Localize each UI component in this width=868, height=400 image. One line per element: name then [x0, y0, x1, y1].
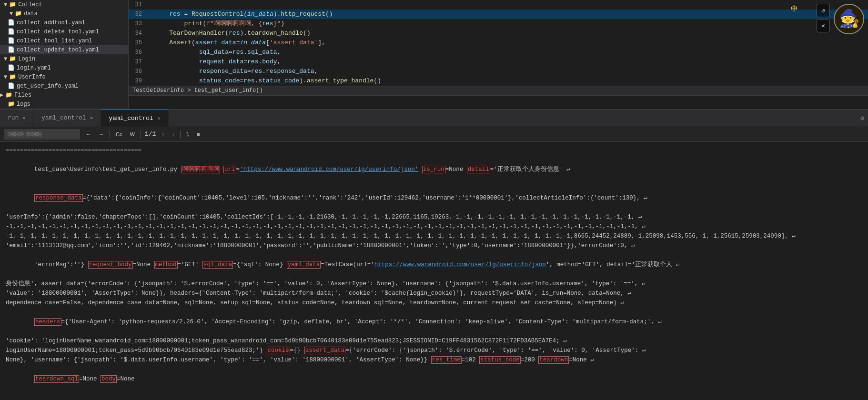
sidebar-label-userinfo-yaml: get_user_info.yaml — [17, 83, 79, 90]
code-line-32: 32 res = RequestControl(in_data).http_re… — [129, 10, 868, 19]
sidebar-item-yaml3[interactable]: 📄 collect_tool_list.yaml — [0, 36, 128, 45]
output-response-label: response_data — [34, 194, 83, 202]
output-line-dependence: dependence_case=False, dependence_case_d… — [6, 298, 862, 308]
sidebar-item-yaml4[interactable]: 📄 collect_update_tool.yaml — [0, 45, 128, 54]
output-line-teardownsql: teardown_sql=None body=None — [6, 365, 862, 393]
code-line-34: 34 TearDownHandler(res).teardown_handle(… — [129, 29, 868, 38]
search-input[interactable] — [4, 129, 80, 140]
terminal-toolbar: ← → Cc W 1/1 ↑ ↓ ⤵ ≡ — [0, 127, 868, 142]
folder-icon: 📁 — [9, 1, 16, 8]
code-line-37: 37 request_data=res.body, — [129, 57, 868, 67]
code-pane: 31 32 res = RequestControl(in_data).http… — [129, 0, 868, 109]
output-line-file: test_case\UserInfo\test_get_user_info.py… — [6, 155, 862, 184]
match-count: 1/1 — [145, 130, 156, 138]
case-sensitive-button[interactable]: Cc — [114, 130, 124, 138]
main-container: ▼ 📁 Collect ▼ 📁 data 📄 collect_addtool.y… — [0, 0, 868, 400]
output-comma-1 — [220, 166, 224, 173]
output-url-value: 'https://www.wanandroid.com/user/lg/user… — [240, 166, 418, 173]
line-content-35: Assert(assert_data=in_data['assert_data'… — [151, 38, 868, 48]
output-teardown-label: teardown — [538, 356, 569, 364]
code-line-36: 36 sql_data=res.sql_data, — [129, 48, 868, 57]
sidebar-folder-collect[interactable]: ▼ 📁 Collect — [0, 0, 128, 9]
line-content-39: status_code=res.status_code).assert_type… — [151, 76, 868, 86]
output-teardownsql-label: teardown_sql — [34, 375, 79, 383]
sidebar-label-login: Login — [18, 56, 35, 62]
line-num-32: 32 — [129, 10, 148, 19]
line-num-35: 35 — [129, 38, 148, 48]
sidebar-label-data: data — [24, 10, 38, 17]
tab-run[interactable]: run ✕ — [0, 110, 34, 127]
output-isrun-val: =None — [445, 166, 467, 173]
line-num-36: 36 — [129, 48, 148, 57]
line-num-37: 37 — [129, 57, 148, 67]
output-assertdata-label: assert_data — [304, 347, 346, 354]
sidebar-folder-userinfo[interactable]: ▼ 📁 UserInfo — [0, 72, 128, 81]
output-chinese-label: 啊啊啊啊啊啊 — [181, 166, 220, 173]
yaml-icon-login: 📄 — [8, 64, 15, 71]
output-response-eq: ={'data':{'coinInfo':{'coinCount':10405,… — [83, 195, 647, 201]
folder-icon-data: 📁 — [15, 10, 22, 17]
tab-yaml-close-2[interactable]: ✕ — [157, 115, 161, 121]
tabs-bar: run ✕ yaml_control ✕ yaml_control ✕ ⚙ — [0, 110, 868, 127]
tab-run-close[interactable]: ✕ — [22, 115, 26, 121]
avatar-emoji: 🧙 — [838, 9, 860, 30]
tab-run-label: run — [8, 114, 19, 121]
line-content-37: request_data=res.body, — [151, 57, 868, 67]
sidebar-folder-login[interactable]: ▼ 📁 Login — [0, 54, 128, 63]
wrap-button[interactable]: ⤵ — [184, 130, 191, 138]
output-line-ids1: -1,-1,-1,-1,-1,-1,-1,-1,-1,-1,-1,-1,-1,-… — [6, 222, 862, 231]
sidebar-item-yaml1[interactable]: 📄 collect_addtool.yaml — [0, 18, 128, 27]
sidebar-item-userinfo-yaml[interactable]: 📄 get_user_info.yaml — [0, 81, 128, 90]
folder-icon-login: 📁 — [9, 55, 16, 62]
code-lines: 31 32 res = RequestControl(in_data).http… — [129, 0, 868, 86]
output-restime-label: res_time — [431, 356, 462, 364]
line-content-34: TearDownHandler(res).teardown_handle() — [151, 29, 868, 38]
yaml-icon-2: 📄 — [8, 28, 15, 35]
tab-yaml-control-1[interactable]: yaml_control ✕ — [34, 110, 101, 127]
output-line-cookie-full: 'cookie': 'loginUserName_wanandroid_com=… — [6, 336, 862, 346]
output-method-label: method — [154, 261, 178, 269]
next-match-button[interactable]: → — [97, 130, 106, 138]
line-content-33: print(f"啊啊啊啊啊啊, {res}") — [151, 19, 868, 29]
output-cookie-label: cookie — [267, 347, 290, 354]
tab-yaml-control-2[interactable]: yaml_control ✕ — [101, 110, 168, 127]
tab-yaml-label-2: yaml_control — [109, 115, 153, 122]
output-url-label: url= — [223, 166, 240, 173]
folder-icon-userinfo: 📁 — [9, 73, 16, 80]
avatar: 🧙 — [834, 4, 864, 34]
sidebar-item-yaml2[interactable]: 📄 collect_delete_tool.yaml — [0, 27, 128, 36]
tab-yaml-label-1: yaml_control — [41, 114, 86, 121]
code-line-38: 38 response_data=res.response_data, — [129, 67, 868, 76]
close-button[interactable]: ✕ — [817, 19, 830, 32]
tab-yaml-close-1[interactable]: ✕ — [90, 115, 93, 121]
sidebar-item-login-yaml[interactable]: 📄 login.yaml — [0, 63, 128, 72]
sidebar-label-files: Files — [14, 92, 31, 99]
sidebar-folder-files[interactable]: ▶ 📁 Files — [0, 90, 128, 100]
filter-button[interactable]: ≡ — [195, 130, 202, 138]
output-line-value18: 'value': '18800000001', 'AssertType': No… — [6, 289, 862, 298]
yaml-icon-3: 📄 — [8, 37, 15, 44]
output-filepath: test_case\UserInfo\test_get_user_info.py — [34, 166, 181, 173]
sidebar-folder-data[interactable]: ▼ 📁 data — [0, 9, 128, 18]
sidebar-item-logs[interactable]: 📁 logs — [0, 100, 128, 109]
breadcrumb-text: TestGetUserInfo > test_get_user_info() — [132, 87, 263, 94]
sidebar-label-userinfo: UserInfo — [18, 74, 46, 80]
prev-match-button[interactable]: ← — [84, 130, 93, 138]
scroll-down-button[interactable]: ↓ — [170, 130, 177, 138]
code-line-39: 39 status_code=res.status_code).assert_t… — [129, 76, 868, 86]
scroll-up-button[interactable]: ↑ — [160, 130, 166, 138]
tabs-gear-icon[interactable]: ⚙ — [857, 114, 868, 122]
line-num-39: 39 — [129, 76, 148, 86]
whole-word-button[interactable]: W — [128, 130, 136, 138]
sidebar: ▼ 📁 Collect ▼ 📁 data 📄 collect_addtool.y… — [0, 0, 129, 109]
line-content-32: res = RequestControl(in_data).http_reque… — [151, 10, 868, 19]
cn-label: 中 — [791, 5, 797, 13]
refresh-button[interactable]: ↺ — [817, 4, 830, 17]
divider-3 — [180, 130, 181, 138]
line-num-33: 33 — [129, 19, 148, 29]
code-line-33: 33 print(f"啊啊啊啊啊啊, {res}") — [129, 19, 868, 29]
divider-1 — [110, 130, 110, 138]
yaml-icon-4: 📄 — [8, 46, 15, 53]
terminal-area: ← → Cc W 1/1 ↑ ↓ ⤵ ≡ ===================… — [0, 127, 868, 400]
output-headers-label: headers — [34, 318, 61, 326]
